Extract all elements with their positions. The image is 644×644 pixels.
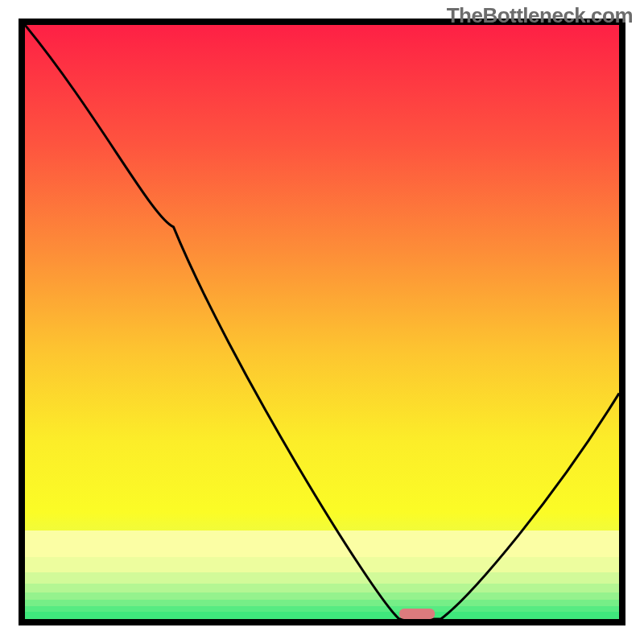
bottleneck-chart [0,0,644,644]
watermark-text: TheBottleneck.com [447,3,633,28]
optimum-marker [399,609,435,619]
svg-rect-8 [25,612,619,619]
chart-container: TheBottleneck.com [0,0,644,644]
bottom-color-bands [25,530,619,619]
heat-gradient-background [25,25,619,619]
